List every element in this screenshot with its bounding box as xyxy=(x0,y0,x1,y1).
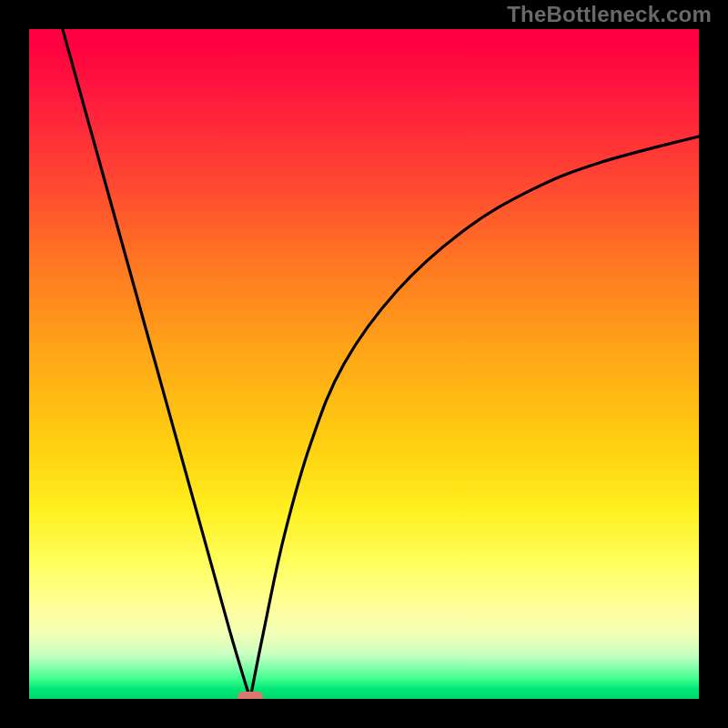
curve-path-left xyxy=(63,29,250,699)
chart-canvas: TheBottleneck.com xyxy=(0,0,728,728)
curve-svg xyxy=(29,29,699,699)
curve-path-right xyxy=(250,136,699,699)
watermark-text: TheBottleneck.com xyxy=(507,2,712,27)
plot-area xyxy=(29,29,699,699)
optimum-marker xyxy=(238,692,263,699)
